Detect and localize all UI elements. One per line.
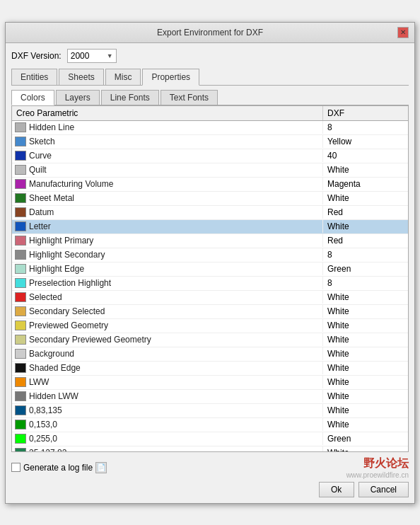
table-row[interactable]: Secondary SelectedWhite <box>12 305 408 319</box>
color-swatch <box>15 420 26 429</box>
table-row[interactable]: Preselection Highlight8 <box>12 277 408 291</box>
color-swatch <box>15 321 26 330</box>
table-row[interactable]: 0,153,0White <box>12 418 408 432</box>
color-swatch <box>15 349 26 359</box>
version-select[interactable]: 2000 ▼ <box>67 49 117 63</box>
watermark: 野火论坛 www.proewildfire.cn <box>346 456 409 479</box>
ok-button[interactable]: Ok <box>319 482 354 497</box>
row-dxf-value: 8 <box>323 248 408 261</box>
color-table[interactable]: Creo Parametric DXF Hidden Line8SketchYe… <box>11 105 409 452</box>
row-dxf-value: White <box>323 347 408 360</box>
table-row[interactable]: LetterWhite <box>12 220 408 234</box>
color-swatch <box>15 122 26 132</box>
table-row[interactable]: SketchYellow <box>12 135 408 149</box>
title-bar: Export Environment for DXF ✕ <box>6 23 414 43</box>
row-dxf-value: White <box>323 333 408 346</box>
color-swatch <box>15 236 26 246</box>
row-creo-label: Sheet Metal <box>29 193 74 203</box>
tab-text-fonts[interactable]: Text Fonts <box>161 90 218 105</box>
log-checkbox[interactable] <box>11 463 21 472</box>
table-row[interactable]: Sheet MetalWhite <box>12 192 408 206</box>
dialog-body: DXF Version: 2000 ▼ Entities Sheets Misc… <box>6 43 414 503</box>
tab-layers[interactable]: Layers <box>56 90 100 105</box>
row-dxf-value: Magenta <box>323 178 408 190</box>
row-dxf-value: White <box>323 404 408 417</box>
row-creo-label: 35,127,82 <box>29 448 66 452</box>
top-tabs: Entities Sheets Misc Properties <box>11 69 409 86</box>
row-creo-label: LWW <box>29 377 49 387</box>
row-dxf-value: White <box>323 376 408 388</box>
row-dxf-value: White <box>323 291 408 304</box>
tab-colors[interactable]: Colors <box>11 90 54 105</box>
color-swatch <box>15 363 26 373</box>
table-row[interactable]: Previewed GeometryWhite <box>12 319 408 333</box>
row-creo-label: Preselection Highlight <box>29 278 111 288</box>
ok-cancel-row: Ok Cancel <box>11 482 409 497</box>
row-creo-label: 0,255,0 <box>29 434 57 444</box>
row-creo-label: Selected <box>29 292 62 302</box>
table-row[interactable]: Manufacturing VolumeMagenta <box>12 178 408 192</box>
color-swatch <box>15 335 26 345</box>
row-creo-label: Quilt <box>29 165 47 175</box>
table-row[interactable]: Highlight Secondary8 <box>12 248 408 262</box>
row-dxf-value: White <box>323 362 408 374</box>
row-creo-label: Secondary Selected <box>29 306 105 316</box>
close-button[interactable]: ✕ <box>397 27 409 38</box>
row-dxf-value: Green <box>323 432 408 445</box>
table-row[interactable]: Hidden Line8 <box>12 121 408 135</box>
row-creo-label: Manufacturing Volume <box>29 179 113 189</box>
table-row[interactable]: DatumRed <box>12 206 408 220</box>
table-row[interactable]: Hidden LWWWhite <box>12 390 408 404</box>
color-swatch <box>15 207 26 217</box>
version-label: DXF Version: <box>11 51 62 61</box>
table-row[interactable]: 0,255,0Green <box>12 432 408 446</box>
watermark-url: www.proewildfire.cn <box>346 471 409 479</box>
table-row[interactable]: QuiltWhite <box>12 163 408 178</box>
row-creo-label: Highlight Edge <box>29 264 84 274</box>
cancel-button[interactable]: Cancel <box>358 482 409 497</box>
table-row[interactable]: Highlight PrimaryRed <box>12 234 408 248</box>
row-dxf-value: Red <box>323 206 408 219</box>
table-row[interactable]: 35,127,82White <box>12 446 408 452</box>
main-dialog: Export Environment for DXF ✕ DXF Version… <box>5 22 415 504</box>
tab-line-fonts[interactable]: Line Fonts <box>101 90 159 105</box>
row-dxf-value: White <box>323 192 408 204</box>
tab-misc[interactable]: Misc <box>105 69 141 85</box>
row-dxf-value: Green <box>323 262 408 275</box>
row-creo-label: Shaded Edge <box>29 363 81 373</box>
table-row[interactable]: Secondary Previewed GeometryWhite <box>12 333 408 347</box>
log-file-icon: 📄 <box>95 462 107 473</box>
color-swatch <box>15 292 26 302</box>
table-row[interactable]: SelectedWhite <box>12 291 408 305</box>
color-swatch <box>15 391 26 401</box>
color-swatch <box>15 250 26 260</box>
watermark-title: 野火论坛 <box>363 456 409 471</box>
row-creo-label: Highlight Secondary <box>29 250 105 260</box>
row-dxf-value: White <box>323 220 408 233</box>
row-creo-label: Background <box>29 349 74 359</box>
row-dxf-value: White <box>323 319 408 332</box>
table-row[interactable]: 0,83,135White <box>12 404 408 418</box>
table-row[interactable]: Highlight EdgeGreen <box>12 262 408 277</box>
version-row: DXF Version: 2000 ▼ <box>11 49 409 63</box>
color-swatch <box>15 221 26 231</box>
log-row: Generate a log file 📄 <box>11 462 107 473</box>
row-dxf-value: White <box>323 418 408 431</box>
color-swatch <box>15 151 26 161</box>
row-creo-label: Sketch <box>29 137 55 146</box>
row-creo-label: 0,153,0 <box>29 420 57 429</box>
tab-entities[interactable]: Entities <box>11 69 57 85</box>
color-swatch <box>15 137 26 146</box>
row-dxf-value: 40 <box>323 149 408 162</box>
table-row[interactable]: Shaded EdgeWhite <box>12 362 408 376</box>
table-row[interactable]: BackgroundWhite <box>12 347 408 362</box>
table-row[interactable]: Curve40 <box>12 149 408 163</box>
table-row[interactable]: LWWWhite <box>12 376 408 390</box>
row-dxf-value: White <box>323 446 408 452</box>
row-creo-label: Datum <box>29 207 54 217</box>
chevron-down-icon: ▼ <box>107 52 113 59</box>
tab-properties[interactable]: Properties <box>142 69 199 86</box>
tab-sheets[interactable]: Sheets <box>59 69 103 85</box>
version-value: 2000 <box>71 51 90 61</box>
row-creo-label: 0,83,135 <box>29 405 62 415</box>
